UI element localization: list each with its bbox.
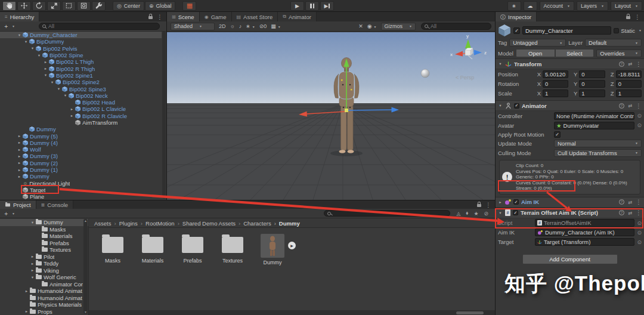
kebab-menu-icon[interactable]: ⋮ <box>485 202 491 208</box>
x-value-field[interactable]: 0 <box>543 80 568 88</box>
expand-arrow-icon[interactable] <box>24 289 29 293</box>
object-picker-icon[interactable]: ⊙ <box>637 113 642 119</box>
effects-dropdown[interactable]: ∗▼ <box>246 23 255 29</box>
breadcrumb-item[interactable]: Plugins <box>112 220 138 227</box>
help-icon[interactable]: ? <box>619 61 624 67</box>
gizmos-dropdown[interactable]: Gizmos▼ <box>381 23 416 30</box>
lock-icon[interactable] <box>477 204 481 207</box>
project-tree-row[interactable]: Masks <box>0 226 88 233</box>
controller-object-field[interactable]: None (Runtime Animator Controll <box>554 112 634 120</box>
enabled-checkbox[interactable]: ✓ <box>513 210 518 215</box>
project-tree-row[interactable]: Teddy <box>0 260 88 267</box>
hierarchy-row[interactable]: ☼ Bip002 L Clavicle <box>0 106 162 112</box>
y-value-field[interactable]: 1 <box>579 89 605 97</box>
kebab-menu-icon[interactable]: ⋮ <box>636 61 642 67</box>
tab-project[interactable]: Project <box>0 200 36 209</box>
y-value-field[interactable]: 0 <box>579 70 605 78</box>
hierarchy-row[interactable]: ☼ Bip002 Neck <box>0 92 162 99</box>
perspective-label[interactable]: < Persp <box>456 75 474 81</box>
expand-arrow-icon[interactable] <box>56 87 61 91</box>
object-picker-icon[interactable]: ⊙ <box>637 239 642 245</box>
asset-tile[interactable]: ▶ Dummy <box>256 234 289 265</box>
expand-arrow-icon[interactable] <box>17 148 22 152</box>
scene-lighting-toggle[interactable]: ☼ <box>230 23 235 29</box>
hierarchy-row[interactable]: ☼ Dummy (1) <box>0 166 162 173</box>
enabled-checkbox[interactable]: ✓ <box>514 103 519 109</box>
expand-arrow-icon[interactable] <box>43 73 48 77</box>
tab-console[interactable]: ≣Console <box>36 200 74 209</box>
kebab-menu-icon[interactable]: ⋮ <box>634 14 640 20</box>
scroll-down-icon[interactable]: ▼ <box>83 310 88 314</box>
breadcrumb-item[interactable]: Dummy <box>271 220 300 227</box>
project-tree-row[interactable]: Humanoid Animat <box>0 288 88 295</box>
hierarchy-row[interactable]: ☼ Dummy <box>0 126 162 132</box>
kebab-menu-icon[interactable]: ⋮ <box>636 209 642 216</box>
scene-tools-button[interactable]: ✕ <box>358 23 363 29</box>
hierarchy-row[interactable]: ☼ Bip002 R Thigh <box>0 65 162 72</box>
hierarchy-search-input[interactable]: All <box>39 23 160 30</box>
account-dropdown[interactable]: Account▼ <box>540 1 574 11</box>
animator-header[interactable]: ▼ ✓ Animator ?⇄⋮ <box>496 101 644 111</box>
hierarchy-row[interactable]: ☼ Dummy <box>0 173 162 180</box>
tab-inspector[interactable]: iInspector <box>496 12 537 21</box>
shading-mode-dropdown[interactable]: Shaded▼ <box>171 23 215 30</box>
tab-scene[interactable]: ⊞Scene <box>167 12 200 21</box>
apply-root-motion-checkbox[interactable]: ✓ <box>554 131 561 138</box>
z-value-field[interactable]: 0 <box>616 80 642 88</box>
foldout-arrow-icon[interactable]: ▼ <box>498 104 503 107</box>
expand-arrow-icon[interactable] <box>17 134 22 138</box>
rotate-tool[interactable] <box>32 1 46 11</box>
foldout-arrow-icon[interactable]: ► <box>498 200 503 204</box>
kebab-menu-icon[interactable]: ⋮ <box>636 103 642 109</box>
custom-tool[interactable] <box>92 1 106 11</box>
avatar-object-field[interactable]: ★DummyAvatar <box>554 122 634 129</box>
hidden-objects-toggle[interactable]: ⊘0 <box>259 23 267 29</box>
hierarchy-row[interactable]: ☼ Dummy (4) <box>0 140 162 146</box>
hierarchy-row[interactable]: ☼ Bip002 Head <box>0 99 162 106</box>
asset-tile[interactable]: ▶ Materials <box>137 234 169 264</box>
hierarchy-row[interactable]: ☼ Bip002 Spine <box>0 52 162 58</box>
expand-arrow-icon[interactable] <box>30 255 35 258</box>
object-picker-icon[interactable]: ⊙ <box>637 122 642 128</box>
project-tree-row[interactable]: Viking <box>0 267 88 274</box>
gameobject-name-field[interactable]: Dummy_Character <box>522 26 611 35</box>
hierarchy-row[interactable]: ☼ Bip002 Spine1 <box>0 72 162 79</box>
project-search-input[interactable] <box>324 210 450 217</box>
expand-arrow-icon[interactable] <box>69 114 75 118</box>
expand-arrow-icon[interactable] <box>63 94 68 97</box>
expand-arrow-icon[interactable] <box>30 262 35 265</box>
move-tool[interactable] <box>17 1 31 11</box>
lock-icon[interactable] <box>148 16 153 19</box>
scale-tool[interactable] <box>47 1 61 11</box>
asset-tile[interactable]: ▶ Textures <box>216 234 249 264</box>
cloud-button[interactable]: ☁ <box>524 1 537 11</box>
project-tree-row[interactable]: Prefabs <box>0 240 88 247</box>
create-asset-button[interactable]: ＋▼ <box>3 209 15 218</box>
active-checkbox[interactable]: ✓ <box>513 27 520 34</box>
x-value-field[interactable]: 1 <box>543 89 568 97</box>
tab-game[interactable]: ◉Game <box>200 12 232 21</box>
expand-arrow-icon[interactable] <box>30 268 35 272</box>
horizontal-scrollbar[interactable] <box>89 310 495 315</box>
expand-asset-icon[interactable]: ▶ <box>288 242 296 249</box>
hierarchy-row[interactable]: ☼ Plane <box>0 193 162 200</box>
layout-dropdown[interactable]: Layout▼ <box>611 1 642 11</box>
project-tree-row[interactable]: Humanoid Animat <box>0 295 88 302</box>
object-picker-icon[interactable]: ⊙ <box>637 220 642 226</box>
expand-arrow-icon[interactable] <box>43 60 48 64</box>
script-object-field[interactable]: #TerrainOffsetAimIK <box>535 219 634 227</box>
object-picker-icon[interactable]: ⊙ <box>637 230 642 236</box>
static-toggle[interactable]: Static▼ <box>614 27 642 34</box>
project-tree-row[interactable]: Props <box>0 308 88 315</box>
layer-dropdown[interactable]: Default▼ <box>585 39 642 47</box>
grid-snap-button[interactable]: ▦ <box>182 1 196 11</box>
gizmo-z-axis[interactable] <box>348 110 392 110</box>
help-icon[interactable]: ? <box>619 199 624 205</box>
hierarchy-row[interactable]: ☼ Bip002 Pelvis <box>0 45 162 52</box>
expand-arrow-icon[interactable] <box>36 54 42 57</box>
z-value-field[interactable]: 1 <box>616 89 642 97</box>
presets-icon[interactable]: ⇄ <box>628 199 632 205</box>
project-tree-row[interactable]: Dummy <box>0 219 88 226</box>
kebab-menu-icon[interactable]: ⋮ <box>636 199 642 205</box>
hierarchy-row[interactable]: ☼ Target <box>0 187 162 193</box>
